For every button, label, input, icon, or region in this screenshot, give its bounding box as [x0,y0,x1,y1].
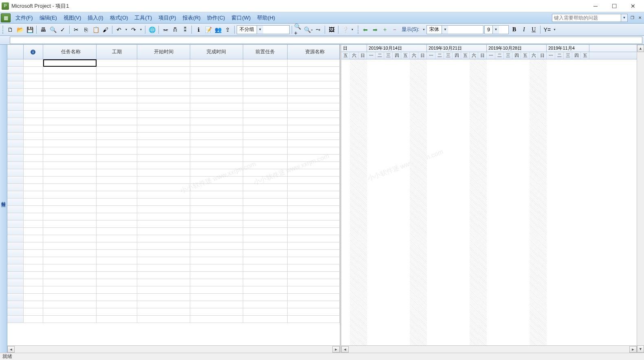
gantt-day-header[interactable]: 五 [341,52,350,59]
task-info-icon[interactable]: ℹ [194,25,203,34]
table-cell[interactable] [137,177,190,183]
table-cell[interactable] [7,286,24,293]
gantt-day-header[interactable]: 六 [470,52,478,59]
table-cell[interactable] [288,272,340,279]
show-dropdown[interactable]: ▼ [422,25,426,34]
table-cell[interactable] [24,140,43,147]
gantt-week-header[interactable]: 2019年11月4 [547,45,589,52]
maximize-button[interactable]: ☐ [605,0,624,12]
table-cell[interactable] [243,89,288,96]
table-row[interactable] [7,96,340,103]
table-cell[interactable] [288,155,340,161]
table-cell[interactable] [43,133,97,140]
table-row[interactable] [7,74,340,81]
gantt-day-header[interactable]: 六 [530,52,538,59]
menu-file[interactable]: 文件(F) [12,13,36,23]
menu-view[interactable]: 视图(V) [60,13,84,23]
table-cell[interactable] [190,169,243,176]
table-row[interactable] [7,286,340,294]
formula-input[interactable] [10,37,642,44]
table-cell[interactable] [97,228,137,235]
gantt-day-header[interactable]: 三 [384,52,393,59]
column-row-header[interactable] [7,45,24,59]
table-cell[interactable] [190,177,243,183]
table-cell[interactable] [43,294,97,301]
table-cell[interactable] [7,199,24,205]
scroll-down-icon[interactable]: ▼ [637,345,644,353]
gantt-week-header[interactable]: 2019年10月14日 [367,45,427,52]
table-cell[interactable] [97,316,137,323]
table-cell[interactable] [137,286,190,293]
table-cell[interactable] [7,155,24,161]
table-cell[interactable] [288,301,340,308]
help-icon[interactable]: ❔ [341,25,349,34]
table-cell[interactable] [137,242,190,249]
table-cell[interactable] [7,96,24,103]
underline-button[interactable]: U [529,25,538,34]
gantt-day-header[interactable]: 四 [572,52,581,59]
table-cell[interactable] [24,162,43,169]
table-cell[interactable] [97,286,137,293]
table-cell[interactable] [137,257,190,264]
table-cell[interactable] [137,162,190,169]
table-row[interactable] [7,147,340,155]
gantt-day-header[interactable]: 二 [435,52,444,59]
table-cell[interactable] [97,67,137,74]
table-cell[interactable] [24,147,43,154]
table-row[interactable] [7,206,340,213]
table-row[interactable] [7,184,340,191]
gantt-day-header[interactable]: 一 [547,52,555,59]
gantt-day-header[interactable]: 六 [350,52,358,59]
table-row[interactable] [7,103,340,111]
gantt-day-header[interactable]: 五 [521,52,530,59]
table-cell[interactable] [43,257,97,264]
table-cell[interactable] [43,279,97,286]
table-cell[interactable] [43,147,97,154]
table-cell[interactable] [243,294,288,301]
gantt-day-header[interactable]: 四 [453,52,461,59]
gantt-hscroll[interactable]: ◄ ► [341,345,637,353]
table-cell[interactable] [43,250,97,257]
table-cell[interactable] [243,301,288,308]
table-cell[interactable] [243,177,288,183]
table-cell[interactable] [7,228,24,235]
table-cell[interactable] [190,220,243,227]
toolbar-grip-2[interactable] [358,26,359,34]
column-start[interactable]: 开始时间 [137,45,190,59]
table-cell[interactable] [190,140,243,147]
table-cell[interactable] [97,140,137,147]
table-cell[interactable] [137,140,190,147]
table-cell[interactable] [288,235,340,242]
table-cell[interactable] [288,294,340,301]
table-cell[interactable] [24,250,43,257]
table-cell[interactable] [288,206,340,213]
copy-icon[interactable]: ⎘ [81,25,90,34]
table-cell[interactable] [137,279,190,286]
table-cell[interactable] [43,199,97,205]
table-cell[interactable] [137,235,190,242]
goto-task-icon[interactable]: ⤳ [314,25,323,34]
table-cell[interactable] [43,191,97,198]
menu-collab[interactable]: 协作(C) [204,13,228,23]
scroll-right-icon[interactable]: ► [629,346,637,353]
table-cell[interactable] [190,286,243,293]
table-cell[interactable] [7,81,24,88]
chevron-down-icon[interactable]: ▼ [257,26,263,34]
table-cell[interactable] [43,264,97,271]
table-cell[interactable] [243,155,288,161]
table-cell[interactable] [137,59,190,66]
table-cell[interactable] [137,206,190,213]
table-cell[interactable] [190,213,243,220]
table-cell[interactable] [97,308,137,315]
table-cell[interactable] [24,308,43,315]
table-cell[interactable] [43,140,97,147]
table-cell[interactable] [137,81,190,88]
gantt-week-header[interactable]: 2019年10月21日 [427,45,487,52]
table-cell[interactable] [137,301,190,308]
table-cell[interactable] [24,235,43,242]
indent-icon[interactable]: ➡ [371,25,380,34]
table-cell[interactable] [288,111,340,118]
toolbar-options-dropdown-2[interactable]: ▼ [552,25,556,34]
table-cell[interactable] [97,272,137,279]
table-cell[interactable] [288,250,340,257]
